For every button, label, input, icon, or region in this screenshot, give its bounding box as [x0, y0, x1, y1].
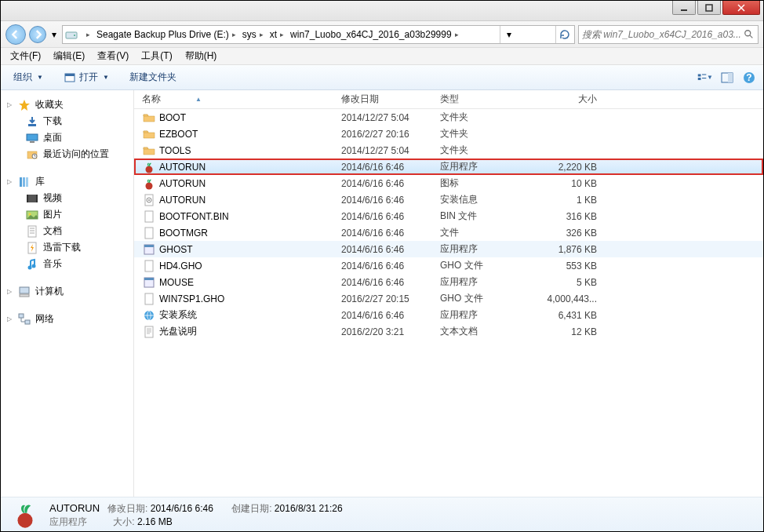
file-type: 文件夹 [440, 144, 534, 157]
sidebar-item-downloads[interactable]: 下载 [1, 113, 133, 129]
file-date: 2016/2/27 20:15 [341, 293, 440, 304]
file-name: TOOLS [159, 145, 341, 156]
svg-point-32 [32, 264, 36, 268]
file-date: 2014/6/16 6:46 [341, 261, 440, 271]
nav-forward-button[interactable] [29, 26, 46, 43]
file-row[interactable]: BOOTMGR2014/6/16 6:46文件326 KB [134, 224, 763, 241]
file-date: 2016/2/27 20:16 [341, 129, 440, 140]
file-name: BOOTMGR [159, 228, 341, 239]
breadcrumb-bar[interactable]: ▸ Seagate Backup Plus Drive (E:)▸ sys▸ x… [62, 25, 575, 44]
file-name: HD4.GHO [159, 261, 341, 271]
minimize-button[interactable] [672, 1, 696, 15]
sidebar-network[interactable]: ▷网络 [1, 311, 133, 327]
music-icon [26, 258, 38, 271]
file-date: 2014/6/16 6:46 [341, 162, 440, 173]
file-size: 2,220 KB [534, 162, 605, 173]
navigation-pane: ▷收藏夹 下载 桌面 最近访问的位置 ▷库 视频 图片 文档 迅雷下载 音乐 ▷… [1, 90, 134, 497]
svg-point-4 [745, 30, 751, 35]
sidebar-item-music[interactable]: 音乐 [1, 256, 133, 272]
file-row[interactable]: WIN7SP1.GHO2016/2/27 20:15GHO 文件4,000,44… [134, 290, 763, 307]
svg-rect-10 [702, 78, 706, 78]
refresh-button[interactable] [555, 26, 573, 43]
file-row[interactable]: GHOST2014/6/16 6:46应用程序1,876 KB [134, 241, 763, 257]
svg-rect-34 [20, 294, 29, 297]
file-size: 4,000,443... [534, 293, 605, 304]
sidebar-item-recent[interactable]: 最近访问的位置 [1, 146, 133, 162]
preview-pane-button[interactable] [719, 70, 735, 86]
open-button[interactable]: 打开▼ [57, 68, 115, 86]
svg-rect-33 [20, 287, 29, 293]
file-type-icon [142, 326, 156, 338]
svg-rect-48 [144, 278, 154, 280]
menu-file[interactable]: 文件(F) [4, 48, 47, 64]
menu-tools[interactable]: 工具(T) [135, 48, 178, 64]
svg-text:?: ? [746, 72, 751, 83]
search-input[interactable] [582, 29, 744, 40]
svg-rect-12 [728, 73, 733, 82]
sidebar-favorites[interactable]: ▷收藏夹 [1, 97, 133, 113]
file-name: BOOTFONT.BIN [159, 211, 341, 222]
menu-bar: 文件(F) 编辑(E) 查看(V) 工具(T) 帮助(H) [1, 48, 763, 65]
nav-back-button[interactable] [5, 24, 26, 45]
file-date: 2014/6/16 6:46 [341, 228, 440, 239]
search-box[interactable] [578, 25, 759, 44]
file-row[interactable]: EZBOOT2016/2/27 20:16文件夹 [134, 126, 763, 142]
drive-icon [64, 27, 78, 42]
svg-point-52 [18, 513, 33, 528]
file-date: 2014/6/16 6:46 [341, 310, 440, 321]
file-row[interactable]: 光盘说明2016/2/20 3:21文本文档12 KB [134, 323, 763, 340]
details-name: AUTORUN [49, 502, 100, 514]
file-row[interactable]: HD4.GHO2014/6/16 6:46GHO 文件553 KB [134, 257, 763, 274]
svg-rect-21 [20, 177, 22, 187]
sidebar-item-pictures[interactable]: 图片 [1, 206, 133, 223]
sidebar-item-thunder[interactable]: 迅雷下载 [1, 239, 133, 256]
col-name[interactable]: 名称▲ [142, 93, 341, 106]
menu-help[interactable]: 帮助(H) [179, 48, 224, 64]
file-type: BIN 文件 [440, 210, 534, 223]
file-row[interactable]: MOUSE2014/6/16 6:46应用程序5 KB [134, 274, 763, 290]
col-size[interactable]: 大小 [534, 93, 605, 106]
maximize-button[interactable] [697, 1, 721, 15]
help-button[interactable]: ? [741, 70, 757, 86]
sidebar-item-documents[interactable]: 文档 [1, 223, 133, 239]
menu-edit[interactable]: 编辑(E) [47, 48, 91, 64]
crumb-drive[interactable]: Seagate Backup Plus Drive (E:)▸ [93, 26, 239, 43]
file-row[interactable]: BOOTFONT.BIN2014/6/16 6:46BIN 文件316 KB [134, 208, 763, 224]
menu-view[interactable]: 查看(V) [91, 48, 135, 64]
details-created: 2016/8/31 21:26 [275, 503, 343, 514]
file-row[interactable]: AUTORUN2014/6/16 6:46应用程序2,220 KB [134, 159, 763, 175]
crumb-sys[interactable]: sys▸ [239, 26, 267, 43]
view-options-button[interactable]: ▼ [697, 70, 713, 86]
sidebar-item-videos[interactable]: 视频 [1, 190, 133, 206]
file-row[interactable]: 安装系统2014/6/16 6:46应用程序6,431 KB [134, 307, 763, 323]
file-row[interactable]: BOOT2014/12/27 5:04文件夹 [134, 109, 763, 126]
sidebar-computer[interactable]: ▷计算机 [1, 283, 133, 300]
svg-rect-45 [144, 245, 154, 247]
address-dropdown[interactable]: ▾ [500, 26, 517, 43]
sidebar-item-desktop[interactable]: 桌面 [1, 129, 133, 146]
crumb-folder[interactable]: win7_Luobo_x64CJ_2016_a03b29999▸ [287, 26, 462, 43]
svg-rect-35 [19, 314, 24, 318]
nav-history-dropdown[interactable]: ▾ [49, 26, 59, 43]
sidebar-libraries[interactable]: ▷库 [1, 173, 133, 190]
details-pane: AUTORUN 修改日期: 2014/6/16 6:46 创建日期: 2016/… [1, 497, 763, 532]
svg-marker-15 [19, 100, 30, 111]
file-row[interactable]: AUTORUN2014/6/16 6:46安装信息1 KB [134, 191, 763, 208]
svg-rect-46 [145, 261, 153, 271]
svg-point-41 [148, 199, 150, 201]
crumb-root-arrow[interactable]: ▸ [80, 26, 93, 43]
file-row[interactable]: AUTORUN2014/6/16 6:46图标10 KB [134, 175, 763, 191]
organize-button[interactable]: 组织▼ [7, 68, 49, 86]
search-icon [744, 29, 755, 40]
new-folder-button[interactable]: 新建文件夹 [123, 68, 183, 86]
col-type[interactable]: 类型 [440, 93, 534, 106]
file-row[interactable]: TOOLS2014/12/27 5:04文件夹 [134, 142, 763, 159]
file-type: GHO 文件 [440, 259, 534, 272]
svg-rect-1 [706, 5, 712, 11]
svg-rect-6 [65, 74, 75, 76]
col-date[interactable]: 修改日期 [341, 93, 440, 106]
close-button[interactable] [722, 1, 760, 15]
crumb-xt[interactable]: xt▸ [267, 26, 287, 43]
file-type: 安装信息 [440, 193, 534, 206]
svg-point-3 [74, 35, 75, 36]
